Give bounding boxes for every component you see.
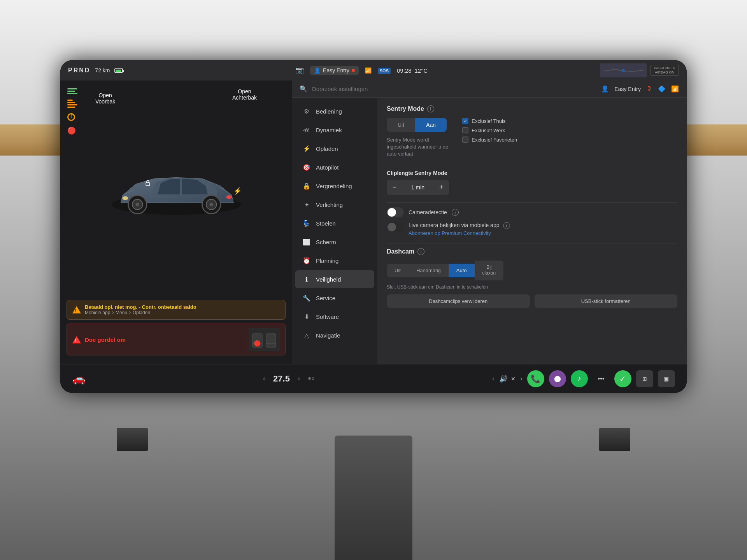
car-icon[interactable]: 🚗 [72, 372, 86, 385]
easy-entry-header-label[interactable]: Easy Entry [614, 86, 641, 92]
nav-item-planning[interactable]: ⏰ Planning [295, 252, 374, 270]
sentry-uit-aan-toggle: Uit Aan [387, 118, 448, 132]
checkbox-thuis[interactable]: Exclusief Thuis [462, 118, 517, 124]
nav-label-service: Service [316, 295, 335, 301]
fan-icon: ⚙⚙ [308, 376, 315, 381]
sentry-description-block: Sentry Mode wordt ingeschakeld wanneer u… [387, 136, 448, 158]
live-camera-thumb [388, 223, 396, 231]
dashcam-handmatig-button[interactable]: Handmatig [409, 264, 449, 277]
nav-item-vergrendeling[interactable]: 🔒 Vergrendeling [295, 177, 374, 195]
camera-icon[interactable]: 📷 [295, 66, 304, 75]
camera-button[interactable]: ⬤ [549, 370, 566, 387]
temp-right-chevron[interactable]: › [298, 374, 300, 383]
verlichting-icon: ✦ [303, 201, 310, 208]
apps-icon: ▣ [664, 376, 669, 382]
nav-right-chevron[interactable]: › [520, 374, 523, 383]
search-input[interactable] [312, 86, 596, 92]
taskbar: 🚗 ‹ 27.5 › ⚙⚙ ‹ 🔊 ✕ [60, 364, 687, 393]
sentry-checkboxes: Exclusief Thuis Exclusief Werk Exclusief… [462, 118, 517, 143]
green-check-button[interactable]: ✓ [614, 370, 631, 387]
taskbar-left: 🚗 [72, 372, 86, 385]
checkbox-favorieten[interactable]: Exclusief Favorieten [462, 136, 517, 143]
nav-item-veiligheid[interactable]: ℹ Veiligheid [295, 270, 374, 288]
seatbelt-warning[interactable]: ! Doe gordel om [67, 324, 286, 355]
nav-left-chevron[interactable]: ‹ [492, 374, 494, 383]
dashcam-title: Dashcam [387, 248, 414, 255]
person-icon: 👤 [601, 85, 609, 93]
taskbar-right: ‹ 🔊 ✕ › 📞 ⬤ ♪ ••• [492, 370, 675, 387]
wifi-settings-icon[interactable]: 📶 [671, 85, 679, 93]
sentry-uit-button[interactable]: Uit [387, 118, 415, 132]
delete-clips-button[interactable]: Dashcamclips verwijderen [387, 294, 530, 308]
nav-item-scherm[interactable]: ⬜ Scherm [295, 233, 374, 251]
nav-item-navigatie[interactable]: △ Navigatie [295, 326, 374, 344]
dashcam-uit-button[interactable]: Uit [387, 264, 409, 277]
live-camera-toggle[interactable] [387, 222, 404, 232]
payment-warning[interactable]: ! Betaald opl. niet mog. - Contr. onbeta… [67, 300, 286, 320]
more-options-button[interactable]: ••• [593, 370, 610, 387]
grid-button[interactable]: ⊞ [636, 370, 653, 387]
seatbelt-warning-text: Doe gordel om [85, 336, 126, 343]
phone-button[interactable]: 📞 [527, 370, 544, 387]
format-usb-button[interactable]: USB-stick formatteren [535, 294, 678, 308]
scherm-icon: ⬜ [303, 238, 310, 246]
seat-diagram [249, 328, 280, 351]
live-camera-title: Live camera bekijken via mobiele app i [409, 222, 677, 229]
clip-length-value: 1 min [402, 180, 433, 195]
screen-bezel: PRND 72 km 📷 👤 Easy Entry � [60, 60, 687, 393]
checkbox-werk[interactable]: Exclusief Werk [462, 127, 517, 133]
svg-point-8 [135, 203, 139, 206]
apps-button[interactable]: ▣ [658, 370, 675, 387]
navigatie-icon: △ [303, 331, 310, 339]
fan-controls: ⚙⚙ [308, 376, 315, 381]
camera-detection-toggle[interactable] [387, 207, 404, 217]
microphone-icon[interactable]: 🎙 [646, 86, 652, 93]
autopilot-icon: 🎯 [303, 163, 310, 171]
bluetooth-icon[interactable]: 🔷 [658, 85, 666, 93]
camera-taskbar-icon: ⬤ [554, 375, 561, 382]
checkbox-favorieten-label: Exclusief Favorieten [472, 137, 517, 143]
search-icon: 🔍 [300, 85, 307, 93]
bediening-icon: ⚙ [303, 107, 310, 115]
nav-item-autopilot[interactable]: 🎯 Autopilot [295, 158, 374, 176]
screen-content: PRND 72 km 📷 👤 Easy Entry � [60, 60, 687, 393]
nav-item-stoelen[interactable]: 💺 Stoelen [295, 214, 374, 232]
camera-detection-label: Cameradetectie [409, 209, 447, 215]
warning-triangle-icon: ! [72, 306, 81, 313]
sos-indicator[interactable]: SOS [378, 68, 391, 74]
volume-icon: 🔊 [499, 374, 508, 383]
sentry-mode-header: Sentry Mode i [387, 105, 677, 112]
sentry-mode-info-icon[interactable]: i [427, 105, 434, 112]
nav-item-verlichting[interactable]: ✦ Verlichting [295, 196, 374, 214]
easy-entry-button[interactable]: 👤 Easy Entry [310, 66, 359, 75]
volume-control: 🔊 ✕ [499, 374, 516, 383]
nav-item-software[interactable]: ⬇ Software [295, 308, 374, 326]
dashcam-auto-button[interactable]: Auto [449, 264, 475, 277]
live-camera-info-icon[interactable]: i [503, 222, 510, 229]
checkbox-werk-box[interactable] [462, 127, 468, 133]
temperature-control: 27.5 [273, 374, 290, 384]
nav-label-stoelen: Stoelen [316, 220, 336, 227]
nav-label-vergrendeling: Vergrendeling [316, 183, 352, 189]
nav-label-bediening: Bediening [316, 108, 342, 115]
dashcam-header: Dashcam i [387, 248, 677, 255]
premium-connectivity-link[interactable]: Abonneren op Premium Connectivity [409, 230, 677, 236]
temp-left-chevron[interactable]: ‹ [263, 374, 265, 383]
car-interior-background: PRND 72 km 📷 👤 Easy Entry � [0, 0, 747, 560]
nav-item-opladen[interactable]: ⚡ Opladen [295, 140, 374, 158]
nav-item-service[interactable]: 🔧 Service [295, 289, 374, 307]
dashcam-bij-claxon-button[interactable]: Bij claxon [475, 261, 504, 280]
spotify-button[interactable]: ♪ [571, 370, 588, 387]
checkbox-favorieten-box[interactable] [462, 136, 468, 143]
sentry-aan-button[interactable]: Aan [415, 118, 447, 132]
clip-length-increase[interactable]: + [433, 180, 449, 195]
map-thumbnail[interactable] [600, 63, 647, 77]
nav-item-dynamiek[interactable]: 🏎 Dynamiek [295, 121, 374, 139]
nav-item-bediening[interactable]: ⚙ Bediening [295, 102, 374, 120]
dashcam-info-icon[interactable]: i [417, 248, 424, 255]
mute-icon[interactable]: ✕ [511, 376, 516, 382]
checkbox-thuis-box[interactable] [462, 118, 468, 124]
clip-length-decrease[interactable]: − [387, 180, 402, 195]
camera-detection-info-icon[interactable]: i [452, 209, 459, 216]
vergrendeling-icon: 🔒 [303, 182, 310, 190]
